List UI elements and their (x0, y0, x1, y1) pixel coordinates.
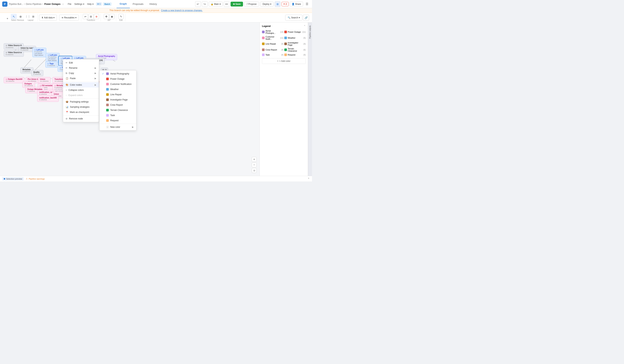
aip-btn2[interactable]: ◉ (109, 14, 115, 19)
color-item-task[interactable]: ✓ Task (100, 113, 136, 118)
breadcrumb-section[interactable]: Demo Pipelines (26, 3, 41, 5)
color-item-crew[interactable]: ✓ Crew Report (100, 102, 136, 108)
color-item-aerial[interactable]: ✓ Aerial Photography (100, 71, 136, 76)
tool-remove[interactable]: ⊗ (18, 14, 24, 19)
ctx-collapse-colors[interactable]: ○ Collapse colors (63, 88, 99, 93)
node-union[interactable]: Union 14 columns (38, 77, 51, 83)
node-sub: 6 columns (39, 93, 53, 95)
node-sub: 10 columns (48, 56, 58, 58)
tool-layout2[interactable]: ⊞ (31, 14, 36, 19)
node-outages[interactable]: Outages 14 columns (22, 82, 35, 88)
node-left-join-1[interactable]: ⊡Left join 9 columns Left dataset Right … (32, 48, 46, 57)
node-sub: 8 columns (21, 49, 34, 51)
ctx-paste[interactable]: 📋Paste ▶ (63, 76, 99, 81)
propose-button[interactable]: ⤴ Propose (244, 2, 259, 6)
node-label: Tags (50, 63, 54, 65)
app-logo: P (2, 1, 7, 7)
branch-button[interactable]: 🔒 Main ▾ (209, 2, 223, 6)
ctx-edit[interactable]: ✏ Edit (63, 60, 99, 65)
node-sub: 14 columns (24, 85, 33, 87)
share-button[interactable]: 👤 Share (290, 2, 303, 6)
ctx-copy[interactable]: ⧉Copy ▶ (63, 70, 99, 76)
zoom-controls: + − ⊡ (252, 157, 257, 173)
breadcrumb-pipeline[interactable]: Pipeline Buil... (9, 3, 23, 5)
edit-label: Edit (119, 19, 123, 21)
node-sub: 6 columns (39, 99, 57, 101)
reusables-button[interactable]: ≋ Reusables ▾ (59, 15, 79, 21)
deploy-button[interactable]: Deploy ▾ (260, 2, 274, 6)
bottom-bar: Selection preview ⚠ Pipeline warnings ⌃ (0, 176, 312, 182)
color-item-terrain[interactable]: ✓ Terrain Clearance (100, 108, 136, 113)
legend-panel: Legend ⌃ Aerial Photogra... (13) Power O… (260, 23, 308, 176)
add-color-button[interactable]: + + Add color (262, 58, 306, 64)
tool-plus[interactable]: + (4, 16, 10, 21)
tab-history[interactable]: History (146, 0, 160, 8)
node-sub: 3 columns (23, 70, 31, 72)
link-button[interactable]: 🔗 (303, 15, 309, 21)
ctx-color-nodes[interactable]: 🎨Color nodes ▶ (63, 82, 99, 88)
node-quality[interactable]: Quality 2 columns (31, 70, 43, 76)
node-sub: 14 columns (40, 80, 49, 82)
hamburger-button[interactable]: ☰ (304, 1, 310, 7)
aip-btn1[interactable]: ✤ (104, 14, 109, 19)
error-badge[interactable]: ✕ 2 (282, 2, 288, 6)
zoom-in-button[interactable]: + (252, 157, 257, 162)
color-item-investigator[interactable]: ✓ Investigator Page (100, 97, 136, 102)
node-notification-backfill[interactable]: notification_backfill 6 columns (37, 96, 59, 102)
star-icon[interactable]: ☆ (62, 3, 64, 6)
tool-layout1[interactable]: ⋮⋮ (25, 14, 30, 19)
edit-group: ✎ Edit (117, 14, 125, 21)
add-color-icon: + (277, 60, 279, 62)
zoom-out-button[interactable]: − (252, 162, 257, 167)
file-menu-settings[interactable]: Settings ▾ (73, 2, 85, 6)
color-item-customer[interactable]: ✓ Customer Notification (100, 82, 136, 87)
ctx-sampling[interactable]: 📊 Sampling strategies (63, 104, 99, 110)
tool-select-label: Select (11, 19, 16, 21)
more-button[interactable]: ••• (224, 1, 230, 7)
color-item-line[interactable]: ✓ Line Repair (100, 92, 136, 97)
grid-view-button[interactable]: ⊞ (275, 1, 280, 7)
ctx-rename[interactable]: ✏Rename ▶ (63, 65, 99, 70)
node-label: Fill metadata (42, 85, 53, 87)
search-button[interactable]: 🔍 Search ▾ (285, 15, 302, 21)
new-color-item[interactable]: ✓ + New color ▶ (100, 124, 136, 130)
tab-proposals[interactable]: Proposals (130, 0, 147, 8)
node-tags[interactable]: ⊡Tags 2 columns (45, 62, 57, 68)
transform-btn1[interactable]: ⇌ (83, 14, 88, 19)
add-data-button[interactable]: ⬆ Add data ▾ (39, 15, 57, 21)
node-left-join-2[interactable]: ⊡Left join 10 columns Left dataset Right… (46, 53, 60, 62)
ctx-packaging[interactable]: 📦 Packaging settings (63, 99, 99, 104)
transform-label: Transform (87, 19, 95, 21)
node-outages-backfill[interactable]: ⊡Outages Backfill 14 columns (4, 77, 24, 83)
tool-select[interactable]: ↖ (11, 14, 17, 19)
tool-remove-label: Remove (17, 19, 24, 21)
redo-button[interactable]: ↪ (202, 1, 208, 7)
file-menu-file[interactable]: File (67, 2, 72, 6)
pipeline-warnings[interactable]: ⚠ Pipeline warnings (26, 178, 45, 180)
color-item-power[interactable]: ✓ Power Outage (100, 76, 136, 82)
selection-preview[interactable]: Selection preview (2, 177, 24, 181)
legend-item-weather: Weather (5) (284, 35, 306, 41)
fit-view-button[interactable]: ⊡ (252, 168, 257, 173)
edit-btn[interactable]: ✎ (118, 14, 124, 19)
expand-icon[interactable]: ⌃ (308, 177, 310, 180)
warning-link[interactable]: Create a new branch to propose changes. (161, 9, 203, 12)
canvas[interactable]: ⊡Video Source A 9 columns ⊡Video Source … (0, 23, 260, 176)
color-item-request[interactable]: ✓ Request (100, 118, 136, 123)
save-button[interactable]: ⊕ Save (231, 2, 243, 6)
undo-button[interactable]: ↩ (195, 1, 201, 7)
tab-graph[interactable]: Graph (117, 0, 130, 8)
transform-btn2[interactable]: ⊞ (88, 14, 94, 19)
ctx-expand-colors[interactable]: ○ Expand colors (63, 93, 99, 98)
breadcrumb-sep2: > (42, 3, 44, 5)
ctx-remove-node[interactable]: ⊖ Remove node (63, 116, 99, 121)
node-sub: 9 columns (34, 51, 44, 53)
legend-collapse-icon[interactable]: ⌃ (304, 25, 306, 27)
transform-btn3[interactable]: ⊗ (94, 14, 99, 19)
warning-bar: This branch can only be edited through a… (0, 8, 312, 13)
legend-item-line-repair: Line Repair (4) (262, 41, 284, 46)
file-menu-help[interactable]: Help ▾ (86, 2, 95, 6)
ctx-checkpoint[interactable]: 📍 Mark as checkpoint (63, 110, 99, 115)
color-item-weather[interactable]: ✓ Weather (100, 87, 136, 92)
side-panel-label[interactable]: Pipeline outputs (309, 24, 311, 40)
